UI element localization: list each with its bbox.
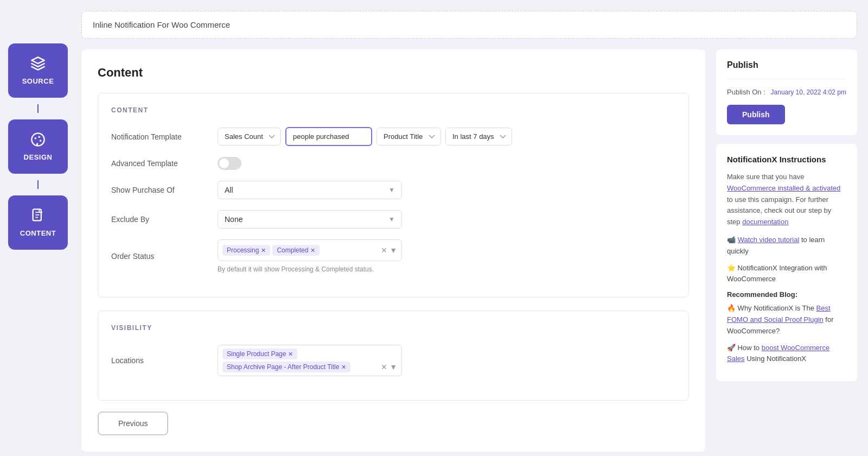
time-range-dropdown[interactable]: In last 7 days <box>445 128 512 145</box>
tag-processing: Processing ✕ <box>222 245 270 256</box>
svg-point-2 <box>39 136 41 138</box>
order-status-hint: By default it will show Processing & Com… <box>218 265 402 273</box>
locations-row: Locations Single Product Page ✕ Shop Arc… <box>111 345 675 376</box>
sidebar-item-content[interactable]: CONTENT <box>8 195 68 250</box>
main-wrapper: Inline Notification For Woo Commerce Con… <box>76 0 868 456</box>
tags-actions: ✕ ▼ <box>381 246 397 255</box>
chevron-down-icon-2: ▼ <box>388 216 395 223</box>
publish-on-date: January 10, 2022 4:02 pm <box>771 88 846 96</box>
show-purchase-dropdown[interactable]: All ▼ <box>218 181 402 199</box>
tag-shop-archive-label: Shop Archive Page - After Product Title <box>227 363 339 371</box>
sidebar-item-design-label: DESIGN <box>24 153 53 161</box>
show-purchase-label: Show Purchase Of <box>111 186 209 194</box>
instructions-body: Make sure that you have WooCommerce inst… <box>727 172 846 228</box>
form-section: Content CONTENT Notification Template Sa… <box>81 49 705 452</box>
tag-shop-archive-close[interactable]: ✕ <box>341 364 346 371</box>
visibility-section-title: VISIBILITY <box>111 324 675 334</box>
blog-item-2: 🚀 How to boost WooCommerce Sales Using N… <box>727 343 846 365</box>
instruction-integration: ⭐ NotificationX Integration with WooComm… <box>727 263 846 286</box>
sidebar: SOURCE DESIGN <box>0 0 76 456</box>
top-bar: Inline Notification For Woo Commerce <box>81 11 857 39</box>
recommended-label: Recommended Blog: <box>727 290 846 299</box>
tag-single-product: Single Product Page ✕ <box>222 349 297 359</box>
fire-icon: 🔥 <box>727 304 736 312</box>
locations-chevron-icon[interactable]: ▼ <box>390 363 397 371</box>
advanced-template-toggle[interactable] <box>218 157 241 170</box>
order-status-row: Order Status Processing ✕ Completed <box>111 239 675 273</box>
locations-tags[interactable]: Single Product Page ✕ Shop Archive Page … <box>218 345 402 376</box>
video-icon: 📹 <box>727 236 736 244</box>
blog-item-1: 🔥 Why NotificationX is The Best FOMO and… <box>727 303 846 337</box>
advanced-template-label: Advanced Template <box>111 159 209 168</box>
content-section-title: CONTENT <box>111 106 675 116</box>
footer-bar: Previous <box>98 411 689 435</box>
sales-count-dropdown[interactable]: Sales Count <box>218 128 281 145</box>
documentation-link[interactable]: documentation <box>742 218 788 226</box>
exclude-by-label: Exclude By <box>111 215 209 224</box>
locations-tags-actions: ✕ ▼ <box>381 363 397 371</box>
template-text-input[interactable] <box>285 127 372 146</box>
show-purchase-value: All <box>225 186 233 194</box>
content-box: CONTENT Notification Template Sales Coun… <box>98 93 689 297</box>
tag-completed-label: Completed <box>277 246 308 254</box>
locations-control: Single Product Page ✕ Shop Archive Page … <box>218 345 402 376</box>
notification-template-controls: Sales Count Product Title In last 7 days <box>218 127 512 146</box>
tag-processing-close[interactable]: ✕ <box>261 247 266 254</box>
exclude-by-row: Exclude By None ▼ <box>111 210 675 229</box>
tag-single-product-close[interactable]: ✕ <box>288 351 293 358</box>
exclude-by-value: None <box>225 215 242 224</box>
boost-sales-link[interactable]: boost WooCommerce Sales <box>727 344 829 363</box>
publish-on-label: Publish On : <box>727 88 765 96</box>
instructions-title: NotificationX Instructions <box>727 155 846 164</box>
fomo-plugin-link[interactable]: Best FOMO and Social Proof Plugin <box>727 304 831 324</box>
sidebar-connector-2 <box>37 180 39 189</box>
tag-single-product-label: Single Product Page <box>227 350 286 358</box>
woocommerce-link[interactable]: WooCommerce installed & activated <box>727 184 840 192</box>
tag-completed-close[interactable]: ✕ <box>310 247 315 254</box>
visibility-box: VISIBILITY Locations Single Product Page… <box>98 311 689 401</box>
notification-template-label: Notification Template <box>111 132 209 141</box>
chevron-down-icon: ▼ <box>388 186 395 194</box>
order-status-container: Processing ✕ Completed ✕ ✕ <box>218 239 402 273</box>
divider-1 <box>727 79 846 79</box>
locations-clear-icon[interactable]: ✕ <box>381 363 387 371</box>
sidebar-item-source[interactable]: SOURCE <box>8 43 68 98</box>
sidebar-item-design[interactable]: DESIGN <box>8 119 68 174</box>
order-status-tags-row: Processing ✕ Completed ✕ ✕ <box>218 239 402 261</box>
sidebar-item-source-label: SOURCE <box>22 77 54 85</box>
previous-button[interactable]: Previous <box>98 411 168 435</box>
document-icon <box>30 208 46 225</box>
publish-card: Publish Publish On : January 10, 2022 4:… <box>716 49 857 135</box>
tag-processing-label: Processing <box>227 246 259 254</box>
instructions-card: NotificationX Instructions Make sure tha… <box>716 144 857 381</box>
tag-completed: Completed ✕ <box>272 245 320 256</box>
tag-shop-archive: Shop Archive Page - After Product Title … <box>222 362 350 372</box>
order-status-label: Order Status <box>111 252 209 261</box>
rocket-icon: 🚀 <box>727 344 736 352</box>
publish-on-row: Publish On : January 10, 2022 4:02 pm <box>727 88 846 96</box>
tags-clear-icon[interactable]: ✕ <box>381 246 387 255</box>
page-subtitle: Inline Notification For Woo Commerce <box>93 20 230 29</box>
publish-title: Publish <box>727 60 846 70</box>
order-status-tags[interactable]: Processing ✕ Completed ✕ ✕ <box>218 239 402 261</box>
page-title: Content <box>98 66 689 80</box>
locations-label: Locations <box>111 356 209 365</box>
svg-point-1 <box>35 137 37 139</box>
sidebar-connector <box>37 104 39 113</box>
layers-icon <box>30 56 46 73</box>
star-icon: ⭐ <box>727 264 736 272</box>
show-purchase-row: Show Purchase Of All ▼ <box>111 181 675 199</box>
notification-template-row: Notification Template Sales Count Produc… <box>111 127 675 146</box>
content-area: Content CONTENT Notification Template Sa… <box>81 49 857 452</box>
svg-point-3 <box>40 140 42 142</box>
tags-chevron-icon[interactable]: ▼ <box>390 246 397 255</box>
right-panel: Publish Publish On : January 10, 2022 4:… <box>716 49 857 452</box>
toggle-knob <box>219 159 229 168</box>
publish-button[interactable]: Publish <box>727 105 785 124</box>
video-tutorial-link[interactable]: Watch video tutorial <box>738 236 800 244</box>
exclude-by-dropdown[interactable]: None ▼ <box>218 210 402 229</box>
product-title-dropdown[interactable]: Product Title <box>376 128 441 145</box>
instruction-video: 📹 Watch video tutorial to learn quickly <box>727 235 846 257</box>
sidebar-item-content-label: CONTENT <box>20 229 56 237</box>
palette-icon <box>30 132 46 149</box>
